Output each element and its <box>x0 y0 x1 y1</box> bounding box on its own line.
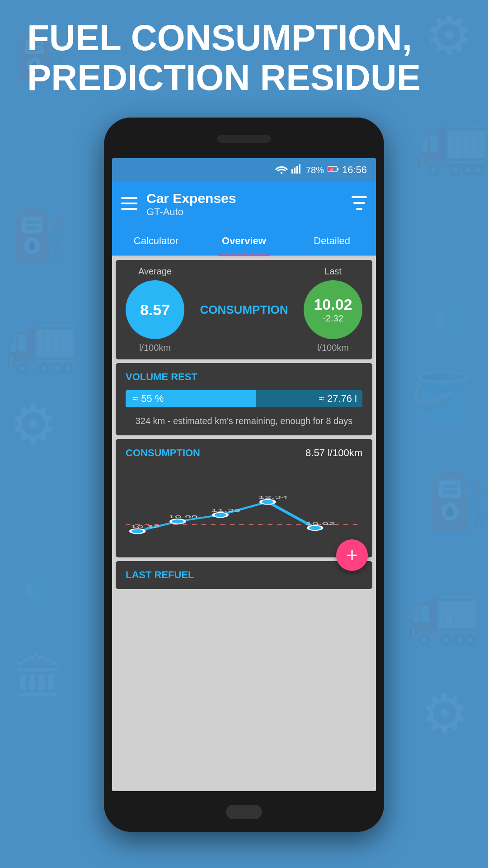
volume-title: VOLUME REST <box>126 371 362 383</box>
phone-home-button <box>226 805 262 819</box>
phone-mockup: 78% ⚡ 16:56 <box>104 118 384 832</box>
last-side: Last 10.02 -2.32 l/100km <box>304 266 362 353</box>
avg-value: 8.57 <box>140 301 170 319</box>
svg-text:⚡: ⚡ <box>329 167 334 173</box>
svg-text:🚛: 🚛 <box>5 307 78 377</box>
main-content: Average 8.57 l/100km CONSUMPTION Last 10… <box>112 256 376 791</box>
time: 16:56 <box>342 164 367 176</box>
svg-text:⛽: ⛽ <box>425 469 488 533</box>
fab-add-button[interactable]: + <box>336 539 368 571</box>
last-refuel-card: LAST REFUEL <box>116 561 372 589</box>
svg-rect-16 <box>296 166 298 174</box>
svg-text:10.99: 10.99 <box>168 514 198 519</box>
svg-rect-15 <box>294 168 296 174</box>
progress-filled: ≈ 55 % <box>126 390 256 407</box>
svg-rect-22 <box>121 197 137 199</box>
filter-icon[interactable] <box>352 196 367 213</box>
svg-text:10.32: 10.32 <box>130 524 160 529</box>
toolbar: Car Expenses GT-Auto <box>112 182 376 227</box>
tab-detailed[interactable]: Detailed <box>288 227 376 255</box>
toolbar-title-area: Car Expenses GT-Auto <box>146 191 352 218</box>
svg-text:🏛: 🏛 <box>14 651 63 707</box>
graph-area: 10.32 10.99 11.33 12.34 10.02 <box>126 466 362 547</box>
battery-icon: ⚡ <box>328 164 338 176</box>
volume-rest-card: VOLUME REST ≈ 55 % ≈ 27.76 l 324 km - es… <box>116 363 372 435</box>
svg-text:🪣: 🪣 <box>411 370 474 429</box>
menu-icon[interactable] <box>121 195 137 214</box>
volume-note: 324 km - estimated km's remaining, enoug… <box>126 415 362 427</box>
svg-text:💧: 💧 <box>420 283 477 337</box>
signal-icon <box>291 164 302 176</box>
svg-point-33 <box>308 525 322 530</box>
progress-percent: ≈ 55 % <box>133 393 164 405</box>
svg-rect-19 <box>337 168 338 170</box>
svg-text:11.33: 11.33 <box>211 508 241 513</box>
avg-side: Average 8.57 l/100km <box>126 266 184 353</box>
last-circle: 10.02 -2.32 <box>304 280 362 339</box>
hero-header: FUEL CONSUMPTION, PREDICTION RESIDUE <box>27 18 461 98</box>
progress-volume: ≈ 27.76 l <box>319 393 357 405</box>
app-subtitle: GT-Auto <box>146 206 352 218</box>
svg-rect-26 <box>353 202 365 204</box>
svg-rect-24 <box>121 208 137 210</box>
svg-rect-25 <box>352 196 367 198</box>
svg-point-29 <box>130 529 144 534</box>
last-value: 10.02 <box>314 296 352 313</box>
phone-screen: 78% ⚡ 16:56 <box>112 158 376 791</box>
last-label: Last <box>324 266 342 277</box>
avg-label: Average <box>138 266 172 277</box>
svg-rect-14 <box>291 169 293 174</box>
svg-rect-23 <box>121 203 137 204</box>
hero-line2: PREDICTION RESIDUE <box>27 57 421 98</box>
app-title: Car Expenses <box>146 191 352 206</box>
svg-point-32 <box>261 500 275 505</box>
last-unit: l/100km <box>317 343 349 353</box>
svg-point-13 <box>281 172 283 174</box>
last-diff: -2.32 <box>323 313 343 324</box>
tab-calculator[interactable]: Calculator <box>112 227 200 255</box>
svg-text:⚙: ⚙ <box>420 683 469 744</box>
avg-circle: 8.57 <box>126 280 184 339</box>
svg-text:🚛: 🚛 <box>407 578 480 648</box>
progress-empty: ≈ 27.76 l <box>256 390 362 407</box>
svg-point-31 <box>213 513 227 518</box>
graph-value: 8.57 l/100km <box>305 447 362 459</box>
svg-text:🚛: 🚛 <box>416 108 488 178</box>
avg-unit: l/100km <box>139 343 171 353</box>
phone-speaker <box>217 135 271 143</box>
svg-text:⚙: ⚙ <box>9 394 58 454</box>
svg-point-30 <box>171 519 185 524</box>
status-icons: 78% ⚡ 16:56 <box>275 164 367 176</box>
svg-text:10.02: 10.02 <box>305 521 335 525</box>
consumption-label: CONSUMPTION <box>200 303 288 317</box>
tab-bar: Calculator Overview Detailed <box>112 227 376 256</box>
battery-percent: 78% <box>306 165 324 175</box>
consumption-card: Average 8.57 l/100km CONSUMPTION Last 10… <box>116 260 372 359</box>
svg-rect-17 <box>299 164 300 173</box>
status-bar: 78% ⚡ 16:56 <box>112 158 376 182</box>
tab-overview[interactable]: Overview <box>200 227 288 255</box>
graph-header: CONSUMPTION 8.57 l/100km <box>126 447 362 459</box>
progress-bar: ≈ 55 % ≈ 27.76 l <box>126 390 362 407</box>
last-refuel-title: LAST REFUEL <box>126 569 362 581</box>
wifi-icon <box>275 164 288 176</box>
graph-title: CONSUMPTION <box>126 447 200 459</box>
svg-text:⛽: ⛽ <box>9 207 71 266</box>
svg-text:12.34: 12.34 <box>258 495 288 500</box>
svg-text:💧: 💧 <box>9 555 66 608</box>
hero-line1: FUEL CONSUMPTION, <box>27 18 412 58</box>
svg-rect-27 <box>356 208 362 210</box>
fab-icon: + <box>346 544 358 566</box>
consumption-graph-card: CONSUMPTION 8.57 l/100km <box>116 439 372 557</box>
